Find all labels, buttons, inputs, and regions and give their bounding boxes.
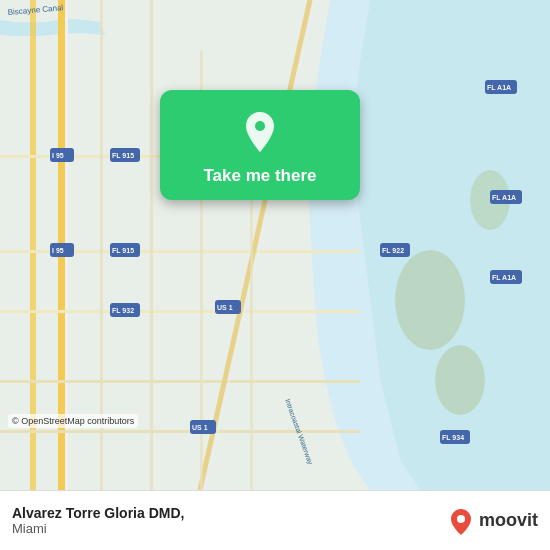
svg-text:FL 922: FL 922: [382, 247, 404, 254]
svg-text:US 1: US 1: [192, 424, 208, 431]
svg-text:FL 932: FL 932: [112, 307, 134, 314]
take-me-there-label: Take me there: [203, 166, 316, 186]
svg-text:FL A1A: FL A1A: [487, 84, 511, 91]
place-name: Alvarez Torre Gloria DMD,: [12, 505, 184, 521]
svg-point-47: [457, 515, 465, 523]
take-me-there-button[interactable]: Take me there: [160, 90, 360, 200]
place-info: Alvarez Torre Gloria DMD, Miami: [12, 505, 184, 536]
svg-rect-10: [0, 380, 360, 383]
svg-rect-9: [0, 310, 360, 313]
place-city: Miami: [12, 521, 184, 536]
moovit-text: moovit: [479, 510, 538, 531]
location-pin-icon: [236, 108, 284, 156]
moovit-pin-icon: [447, 507, 475, 535]
svg-point-46: [255, 121, 265, 131]
map-container: I 95 I 95 FL 915 FL 915 FL 932 US 1 US 1…: [0, 0, 550, 490]
svg-text:FL A1A: FL A1A: [492, 274, 516, 281]
map-attribution: © OpenStreetMap contributors: [8, 414, 138, 428]
svg-text:FL A1A: FL A1A: [492, 194, 516, 201]
svg-text:I 95: I 95: [52, 247, 64, 254]
svg-text:FL 934: FL 934: [442, 434, 464, 441]
svg-text:I 95: I 95: [52, 152, 64, 159]
svg-text:FL 915: FL 915: [112, 152, 134, 159]
svg-text:US 1: US 1: [217, 304, 233, 311]
svg-point-1: [395, 250, 465, 350]
bottom-bar: Alvarez Torre Gloria DMD, Miami moovit: [0, 490, 550, 550]
svg-rect-11: [0, 430, 360, 433]
svg-point-2: [435, 345, 485, 415]
moovit-logo: moovit: [447, 507, 538, 535]
svg-text:FL 915: FL 915: [112, 247, 134, 254]
svg-rect-15: [150, 0, 153, 490]
